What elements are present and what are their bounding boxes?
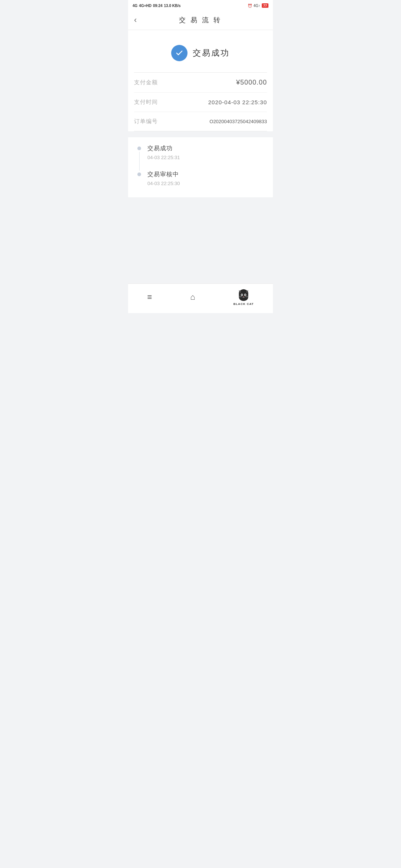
- order-row: 订单编号 O20200403725042409833: [134, 112, 267, 131]
- timeline-left-1: [137, 145, 141, 171]
- back-button[interactable]: ‹: [134, 15, 137, 25]
- battery-indicator: 77: [262, 3, 268, 8]
- home-icon: ⌂: [190, 292, 195, 302]
- menu-nav-item[interactable]: ≡: [147, 292, 152, 302]
- time-row: 支付时间 2020-04-03 22:25:30: [134, 93, 267, 112]
- time-value: 2020-04-03 22:25:30: [208, 99, 267, 105]
- timeline-left-2: [137, 171, 141, 186]
- time: 09:24: [153, 4, 163, 8]
- amount-value: ¥5000.00: [236, 79, 267, 86]
- clock-icon: ⏰: [248, 4, 252, 8]
- timeline-time-2: 04-03 22:25:30: [147, 181, 264, 186]
- timeline-dot-1: [137, 147, 141, 150]
- svg-point-3: [245, 294, 246, 296]
- check-icon: [175, 49, 183, 57]
- order-label: 订单编号: [134, 118, 158, 125]
- network-speed: 13.0 KB/s: [164, 4, 181, 8]
- timeline-time-1: 04-03 22:25:31: [147, 155, 264, 160]
- success-icon-circle: [171, 45, 188, 61]
- order-value: O20200403725042409833: [209, 119, 267, 124]
- gray-area: [128, 197, 273, 283]
- status-right: ⏰ 4G↑ 77: [248, 3, 268, 8]
- timeline-title-2: 交易审核中: [147, 171, 264, 178]
- status-bar: 4G 4G+HD 09:24 13.0 KB/s ⏰ 4G↑ 77: [128, 0, 273, 10]
- timeline-item-1: 交易成功 04-03 22:25:31: [137, 145, 264, 171]
- timeline-title-1: 交易成功: [147, 145, 264, 152]
- signal-2: 4G+HD: [139, 4, 151, 8]
- timeline-dot-2: [137, 172, 141, 176]
- header: ‹ 交 易 流 转: [128, 10, 273, 30]
- svg-point-2: [241, 294, 242, 296]
- section-gap: [128, 131, 273, 137]
- status-left: 4G 4G+HD 09:24 13.0 KB/s: [133, 4, 181, 8]
- main-content: 交易成功 支付金额 ¥5000.00 支付时间 2020-04-03 22:25…: [128, 30, 273, 131]
- blackcat-label: BLACK CAT: [233, 302, 254, 306]
- success-section: 交易成功: [128, 30, 273, 72]
- amount-row: 支付金额 ¥5000.00: [134, 73, 267, 93]
- bottom-nav: ≡ ⌂ BLACK CAT: [128, 283, 273, 313]
- signal-1: 4G: [133, 4, 137, 8]
- network-icon: 4G↑: [254, 4, 260, 8]
- timeline-content-1: 交易成功 04-03 22:25:31: [147, 145, 264, 171]
- page-title: 交 易 流 转: [179, 16, 222, 24]
- timeline-item-2: 交易审核中 04-03 22:25:30: [137, 171, 264, 186]
- timeline-section: 交易成功 04-03 22:25:31 交易审核中 04-03 22:25:30: [128, 137, 273, 197]
- blackcat-nav-item[interactable]: BLACK CAT: [233, 288, 254, 306]
- blackcat-logo-icon: [237, 288, 250, 302]
- timeline-content-2: 交易审核中 04-03 22:25:30: [147, 171, 264, 186]
- home-nav-item[interactable]: ⌂: [190, 292, 195, 302]
- success-header: 交易成功: [171, 45, 230, 61]
- amount-label: 支付金额: [134, 79, 158, 86]
- success-title: 交易成功: [193, 47, 230, 59]
- time-label: 支付时间: [134, 99, 158, 106]
- menu-icon: ≡: [147, 292, 152, 302]
- details-section: 支付金额 ¥5000.00 支付时间 2020-04-03 22:25:30 订…: [128, 73, 273, 131]
- timeline-line-1: [139, 152, 140, 171]
